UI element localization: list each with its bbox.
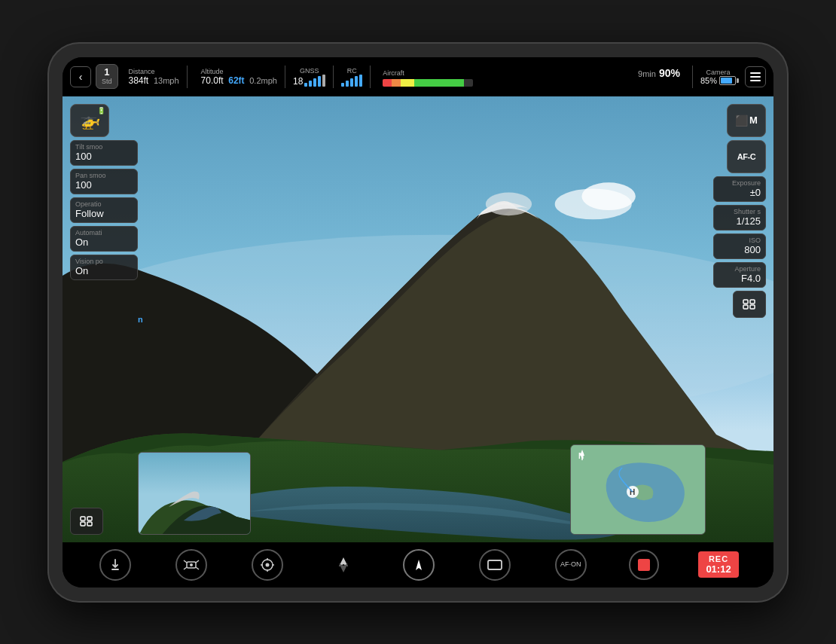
af-mode-button[interactable]: AF-C — [727, 140, 766, 173]
svg-rect-5 — [81, 517, 85, 520]
aperture-control[interactable]: Aperture F4.0 — [713, 262, 766, 288]
shutter-control[interactable]: Shutter s 1/125 — [713, 205, 766, 230]
tilt-smooth-control[interactable]: Tilt smoo 100 — [70, 140, 138, 166]
bar-3 — [313, 78, 316, 87]
svg-marker-36 — [416, 560, 422, 570]
gnss-stat: GNSS 18 — [293, 67, 325, 87]
divider-5 — [692, 66, 693, 88]
exposure-control[interactable]: Exposure ±0 — [713, 176, 766, 202]
vision-value: On — [75, 265, 133, 276]
left-panel: 🚁 🔋 Tilt smoo 100 Pan smoo 100 Operatio … — [70, 104, 138, 280]
battery-small-icon: 🔋 — [97, 107, 105, 114]
back-button[interactable]: ‹ — [70, 66, 91, 87]
right-grid-button[interactable] — [733, 291, 766, 318]
vision-label: Vision po — [75, 258, 133, 265]
automatic-value: On — [75, 237, 133, 248]
aperture-value: F4.0 — [719, 273, 761, 284]
tilt-label: Tilt smoo — [75, 143, 133, 151]
rec-time: 01:12 — [706, 563, 731, 575]
mode-badge[interactable]: 1 Std — [96, 64, 118, 88]
stop-record-button[interactable] — [629, 550, 659, 580]
bar-1 — [304, 83, 307, 87]
direction-button[interactable] — [401, 547, 437, 583]
operation-label: Operatio — [75, 200, 133, 208]
video-mode-label: M — [749, 114, 758, 126]
landing-icon — [108, 558, 122, 572]
svg-point-2 — [486, 192, 532, 215]
landing-button[interactable] — [97, 547, 133, 583]
mode-label: Std — [102, 78, 112, 86]
grid-button[interactable] — [70, 508, 103, 535]
tilt-value: 100 — [75, 151, 133, 162]
svg-line-22 — [184, 560, 187, 563]
svg-rect-10 — [750, 300, 755, 304]
rec-indicator[interactable]: REC 01:12 — [698, 551, 738, 578]
automatic-control[interactable]: Automati On — [70, 226, 138, 252]
north-indicator: n — [138, 315, 143, 324]
mini-map[interactable]: H N — [570, 444, 706, 535]
north-arrow-button[interactable] — [325, 547, 362, 583]
drone-status-button[interactable]: 🚁 🔋 — [70, 104, 109, 137]
top-bar: ‹ 1 Std Distance 384ft 13mph Altitude 70… — [63, 57, 773, 96]
aircraft-battery: Aircraft 9min 90% — [383, 67, 680, 87]
camera-view: n 🚁 🔋 Tilt smoo 100 Pan smoo 100 Operati… — [63, 96, 773, 542]
shutter-label: Shutter s — [719, 208, 761, 215]
divider-3 — [333, 66, 334, 88]
mini-map-svg: H N — [571, 445, 706, 535]
exposure-label: Exposure — [719, 179, 761, 187]
aperture-label: Aperture — [719, 265, 761, 273]
gnss-signal — [304, 75, 325, 87]
thumbnail-preview[interactable] — [138, 452, 251, 535]
svg-rect-6 — [87, 517, 92, 520]
center-icon — [260, 557, 275, 572]
menu-button[interactable] — [745, 66, 766, 87]
right-grid-icon — [743, 299, 756, 310]
svg-marker-35 — [339, 563, 348, 572]
north-arrow-icon — [337, 556, 350, 574]
rec-label: REC — [709, 554, 728, 563]
af-on-button[interactable]: AF·ON — [553, 547, 589, 583]
battery-fill — [383, 79, 473, 87]
video-mode-button[interactable]: ⬛ M — [727, 104, 766, 137]
distance-stat: Distance 384ft 13mph — [129, 68, 179, 86]
operation-value: Follow — [75, 208, 133, 219]
pan-label: Pan smoo — [75, 172, 133, 179]
iso-label: ISO — [719, 237, 761, 244]
divider-2 — [285, 66, 285, 88]
rc-signal — [341, 75, 362, 87]
right-panel: ⬛ M AF-C Exposure ±0 Shutter s 1/125 ISO — [713, 104, 766, 318]
shutter-value: 1/125 — [719, 215, 761, 227]
pan-smooth-control[interactable]: Pan smoo 100 — [70, 169, 138, 194]
frame-button[interactable] — [477, 547, 513, 583]
divider-4 — [370, 66, 371, 88]
grid-icon — [80, 516, 93, 526]
altitude-label: Altitude — [201, 68, 277, 75]
svg-line-24 — [184, 567, 187, 569]
frame-icon — [487, 559, 503, 571]
bottom-toolbar: AF·ON REC 01:12 — [63, 542, 773, 588]
svg-rect-9 — [743, 300, 748, 304]
distance-value: 384ft 13mph — [129, 75, 179, 86]
center-lock-button[interactable] — [249, 547, 285, 583]
thumbnail-image — [139, 453, 251, 535]
operation-mode-control[interactable]: Operatio Follow — [70, 197, 138, 223]
svg-line-25 — [196, 567, 199, 569]
vision-positioning-control[interactable]: Vision po On — [70, 255, 138, 280]
svg-point-29 — [265, 563, 269, 566]
altitude-value: 70.0ft 62ft 0.2mph — [201, 75, 277, 86]
svg-rect-11 — [743, 305, 748, 309]
battery-time-pct: 9min 90% — [638, 67, 680, 79]
mode-number: 1 — [104, 67, 109, 78]
iso-control[interactable]: ISO 800 — [713, 233, 766, 259]
svg-rect-12 — [750, 305, 755, 309]
drone-view-button[interactable] — [173, 547, 209, 583]
svg-line-23 — [196, 560, 199, 563]
af-mode-label: AF-C — [737, 152, 755, 161]
drone-view-icon — [183, 559, 200, 571]
rc-stat: RC — [341, 67, 362, 87]
svg-rect-8 — [87, 522, 92, 526]
cam-bat-display: 85% — [700, 76, 736, 85]
divider-1 — [187, 66, 188, 88]
svg-point-27 — [190, 563, 193, 566]
device-frame: ‹ 1 Std Distance 384ft 13mph Altitude 70… — [49, 44, 787, 601]
